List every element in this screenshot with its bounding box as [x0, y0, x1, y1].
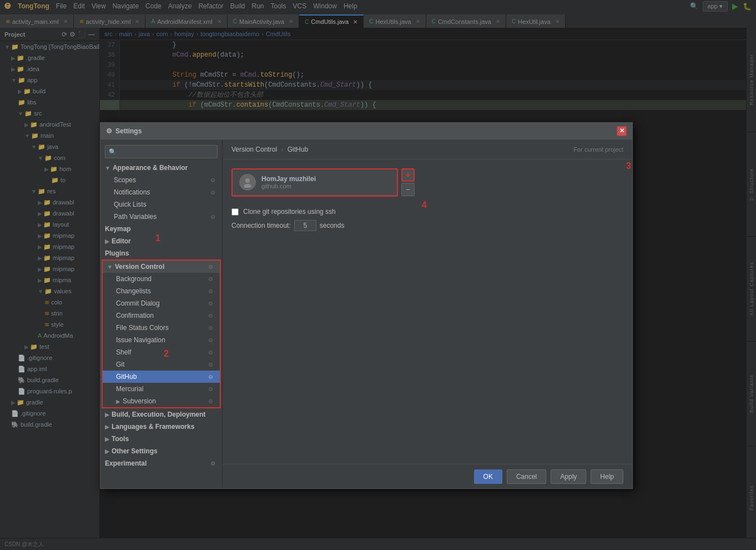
settings-item-notifications[interactable]: Notifications ⚙ — [100, 186, 222, 198]
breadcrumb-parent: Version Control — [231, 146, 277, 153]
account-url: github.com — [261, 183, 316, 189]
annotation-label-3: 3 — [626, 161, 631, 171]
timeout-row: Connection timeout: seconds — [231, 220, 623, 231]
remove-account-button[interactable]: − — [401, 183, 415, 196]
settings-tree: 🔍 ▼ Appearance & Behavior Scopes ⚙ Notif… — [100, 139, 223, 488]
gear-icon-mercurial: ⚙ — [208, 386, 213, 392]
expand-arrow-versioncontrol: ▼ — [107, 264, 113, 270]
gear-icon-scopes: ⚙ — [210, 177, 215, 183]
account-list: HomJay muzhilei github.com — [231, 168, 398, 197]
avatar — [239, 174, 256, 191]
settings-item-git[interactable]: Git ⚙ — [103, 358, 220, 371]
account-info: HomJay muzhilei github.com — [261, 175, 316, 189]
annotation-label-4: 4 — [422, 200, 427, 210]
gear-icon-git: ⚙ — [208, 362, 213, 368]
settings-item-pathvariables[interactable]: Path Variables ⚙ — [100, 211, 222, 223]
gear-icon-pathvariables: ⚙ — [210, 214, 215, 220]
dialog-footer: OK Cancel Apply Help — [223, 464, 632, 488]
expand-arrow-subversion: ▶ — [116, 398, 120, 404]
settings-section-other[interactable]: ▶ Other Settings — [100, 445, 222, 457]
gear-icon-background: ⚙ — [208, 276, 213, 282]
settings-section-languages[interactable]: ▶ Languages & Frameworks — [100, 421, 222, 433]
settings-section-appearance[interactable]: ▼ Appearance & Behavior — [100, 162, 222, 174]
settings-dialog: ⚙ Settings ✕ 🔍 ▼ Appearance & Behavior S… — [100, 122, 633, 489]
settings-item-filestatuscolors[interactable]: File Status Colors ⚙ — [103, 322, 220, 334]
timeout-unit: seconds — [320, 222, 345, 229]
gear-icon-filestatuscolors: ⚙ — [208, 325, 213, 331]
settings-section-plugins[interactable]: Plugins — [100, 247, 222, 259]
help-button[interactable]: Help — [591, 469, 623, 484]
settings-item-changelists[interactable]: Changelists ⚙ — [103, 285, 220, 297]
breadcrumb-current: GitHub — [288, 146, 308, 153]
svg-point-1 — [244, 184, 251, 188]
expand-arrow-languages: ▶ — [105, 424, 109, 430]
expand-arrow-build: ▶ — [105, 412, 109, 418]
gear-icon-commitdialog: ⚙ — [208, 301, 213, 307]
ok-button[interactable]: OK — [474, 469, 502, 484]
settings-item-mercurial[interactable]: Mercurial ⚙ — [103, 383, 220, 395]
expand-arrow-appearance: ▼ — [105, 165, 110, 171]
search-input[interactable] — [119, 148, 214, 155]
gear-icon-confirmation: ⚙ — [208, 313, 213, 319]
timeout-input[interactable] — [294, 220, 316, 231]
gear-icon-issuenavigation: ⚙ — [208, 337, 213, 343]
add-account-button[interactable]: + — [401, 168, 415, 182]
settings-section-versioncontrol[interactable]: ▼ Version Control ⚙ — [103, 261, 220, 273]
account-name: HomJay muzhilei — [261, 175, 316, 183]
annotation-label-1: 1 — [155, 233, 160, 243]
content-header: Version Control › GitHub For current pro… — [223, 139, 632, 159]
settings-item-issuenavigation[interactable]: Issue Navigation ⚙ — [103, 334, 220, 346]
expand-arrow-tools: ▶ — [105, 436, 109, 442]
settings-icon: ⚙ — [106, 127, 112, 135]
clone-ssh-checkbox[interactable] — [231, 208, 239, 216]
gear-icon-shelf: ⚙ — [208, 349, 213, 356]
settings-item-scopes[interactable]: Scopes ⚙ — [100, 174, 222, 186]
breadcrumb-separator: › — [281, 146, 285, 153]
gear-icon-github: ⚙ — [208, 374, 213, 380]
dialog-title: Settings — [115, 127, 142, 135]
settings-item-quicklists[interactable]: Quick Lists — [100, 198, 222, 211]
clone-ssh-label: Clone git repositories using ssh — [243, 208, 336, 216]
gear-icon-versioncontrol: ⚙ — [208, 264, 213, 270]
cancel-button[interactable]: Cancel — [507, 469, 546, 484]
settings-item-commitdialog[interactable]: Commit Dialog ⚙ — [103, 297, 220, 309]
for-project-label: For current project — [573, 146, 623, 153]
expand-arrow-editor: ▶ — [105, 238, 109, 244]
settings-section-tools[interactable]: ▶ Tools — [100, 433, 222, 445]
dialog-body: 🔍 ▼ Appearance & Behavior Scopes ⚙ Notif… — [100, 139, 632, 488]
options-section: Clone git repositories using ssh Connect… — [231, 208, 623, 231]
settings-item-confirmation[interactable]: Confirmation ⚙ — [103, 309, 220, 322]
dialog-close-button[interactable]: ✕ — [617, 126, 627, 136]
settings-item-shelf[interactable]: Shelf ⚙ — [103, 346, 220, 358]
apply-button[interactable]: Apply — [551, 469, 586, 484]
gear-icon-experimental: ⚙ — [210, 461, 215, 467]
expand-arrow-other: ▶ — [105, 448, 109, 454]
settings-section-experimental[interactable]: Experimental ⚙ — [100, 457, 222, 469]
settings-item-background[interactable]: Background ⚙ — [103, 273, 220, 285]
breadcrumb: Version Control › GitHub — [231, 146, 308, 153]
account-row: HomJay muzhilei github.com + − — [231, 168, 623, 197]
settings-content: Version Control › GitHub For current pro… — [223, 139, 632, 488]
settings-item-subversion[interactable]: ▶ Subversion ⚙ — [103, 395, 220, 407]
settings-section-editor[interactable]: ▶ Editor — [100, 235, 222, 247]
search-icon: 🔍 — [109, 148, 117, 156]
account-actions: + − — [401, 168, 415, 196]
content-body: HomJay muzhilei github.com + − — [223, 159, 632, 464]
annotation-label-2: 2 — [164, 349, 169, 359]
settings-item-github[interactable]: GitHub ⚙ — [103, 371, 220, 383]
gear-icon-notifications: ⚙ — [210, 189, 215, 196]
svg-point-0 — [245, 178, 250, 183]
gear-icon-changelists: ⚙ — [208, 288, 213, 294]
account-item: HomJay muzhilei github.com — [233, 169, 397, 196]
settings-section-keymap[interactable]: Keymap — [100, 223, 222, 235]
gear-icon-subversion: ⚙ — [208, 398, 213, 404]
clone-ssh-row: Clone git repositories using ssh — [231, 208, 623, 216]
settings-section-build[interactable]: ▶ Build, Execution, Deployment — [100, 408, 222, 421]
dialog-titlebar: ⚙ Settings ✕ — [100, 123, 632, 139]
search-box: 🔍 — [105, 145, 218, 158]
timeout-label: Connection timeout: — [231, 222, 291, 229]
